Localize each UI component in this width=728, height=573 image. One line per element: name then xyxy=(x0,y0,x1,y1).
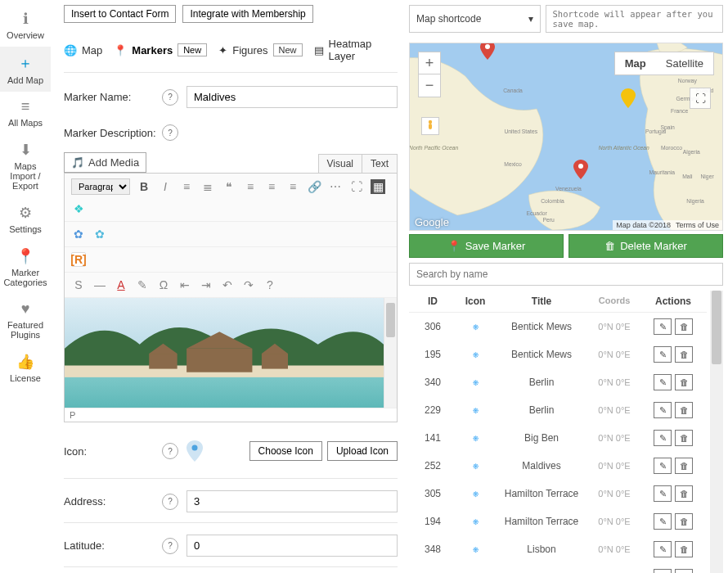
redo-icon[interactable]: ↷ xyxy=(241,277,256,292)
delete-row-button[interactable]: 🗑 xyxy=(675,569,693,573)
plugin-a-icon[interactable]: ✿ xyxy=(71,227,86,241)
edit-button[interactable]: ✎ xyxy=(654,318,672,335)
list-ul-icon[interactable]: ≡ xyxy=(179,179,194,194)
toolbar-toggle-icon[interactable]: ▦ xyxy=(371,179,385,194)
delete-row-button[interactable]: 🗑 xyxy=(675,430,693,446)
editor-content[interactable] xyxy=(65,298,384,408)
help-icon[interactable]: ? xyxy=(263,277,277,292)
undo-icon[interactable]: ↶ xyxy=(220,277,235,292)
nav-import-export[interactable]: ⬇Maps Import / Export xyxy=(0,134,51,197)
bold-icon[interactable]: B xyxy=(137,179,151,194)
editor-text-tab[interactable]: Text xyxy=(362,154,398,173)
integrate-membership-button[interactable]: Integrate with Membership xyxy=(182,5,312,23)
help-icon[interactable]: ? xyxy=(162,538,178,554)
shortcode-select[interactable]: Map shortcode▾ xyxy=(409,5,541,33)
tab-map[interactable]: 🌐Map xyxy=(64,44,102,56)
edit-button[interactable]: ✎ xyxy=(654,513,672,530)
edit-button[interactable]: ✎ xyxy=(654,541,672,557)
address-input[interactable] xyxy=(186,490,398,512)
nav-settings[interactable]: ⚙Settings xyxy=(0,197,51,241)
edit-button[interactable]: ✎ xyxy=(654,374,672,390)
nav-license[interactable]: 👍License xyxy=(0,346,51,390)
edit-button[interactable]: ✎ xyxy=(654,485,672,502)
marker-search-input[interactable] xyxy=(409,263,723,286)
plugin-b-icon[interactable]: ✿ xyxy=(92,227,107,241)
fullscreen-button[interactable]: ⛶ xyxy=(690,88,711,109)
more-icon[interactable]: ⋯ xyxy=(328,179,343,194)
edit-button[interactable]: ✎ xyxy=(654,569,672,573)
list-ol-icon[interactable]: ≣ xyxy=(200,179,215,194)
svg-point-34 xyxy=(429,120,432,124)
align-center-icon[interactable]: ≡ xyxy=(264,179,279,194)
edit-button[interactable]: ✎ xyxy=(654,346,672,363)
extra-icon[interactable]: ❖ xyxy=(71,201,86,216)
delete-row-button[interactable]: 🗑 xyxy=(675,513,693,530)
align-right-icon[interactable]: ≡ xyxy=(285,179,300,194)
indent-icon[interactable]: ⇥ xyxy=(199,277,213,292)
tab-markers[interactable]: 📍MarkersNew xyxy=(114,43,207,56)
editor-toolbar-3: [R] xyxy=(65,247,397,273)
map-pin[interactable] xyxy=(573,160,588,179)
nav-featured-plugins[interactable]: ♥Featured Plugins xyxy=(0,294,51,346)
save-marker-button[interactable]: 📍Save Marker xyxy=(409,234,564,258)
edit-button[interactable]: ✎ xyxy=(654,402,672,418)
align-left-icon[interactable]: ≡ xyxy=(243,179,258,194)
paragraph-select[interactable]: Paragraph xyxy=(71,178,130,195)
upload-icon-button[interactable]: Upload Icon xyxy=(327,441,398,461)
edit-button[interactable]: ✎ xyxy=(654,458,672,474)
nav-add-map[interactable]: ＋Add Map xyxy=(0,47,51,92)
pegman-icon[interactable] xyxy=(421,117,439,135)
marker-name-input[interactable] xyxy=(186,86,398,108)
insert-contact-form-button[interactable]: Insert to Contact Form xyxy=(64,5,176,23)
scroll-thumb[interactable] xyxy=(386,303,395,337)
map-pin-yellow[interactable] xyxy=(621,88,636,108)
nav-marker-categories[interactable]: 📍Marker Categories xyxy=(0,241,51,294)
tab-heatmap[interactable]: ▤Heatmap Layer xyxy=(314,38,398,62)
zoom-in-button[interactable]: + xyxy=(418,52,441,74)
delete-row-button[interactable]: 🗑 xyxy=(675,374,693,390)
strike-icon[interactable]: S xyxy=(71,277,86,292)
help-icon[interactable]: ? xyxy=(162,89,178,106)
help-icon[interactable]: ? xyxy=(162,124,178,141)
quote-icon[interactable]: ❝ xyxy=(222,179,236,194)
editor-visual-tab[interactable]: Visual xyxy=(318,154,362,173)
delete-row-button[interactable]: 🗑 xyxy=(675,485,693,502)
map-type-map[interactable]: Map xyxy=(615,52,656,74)
italic-icon[interactable]: I xyxy=(158,179,173,194)
row-id: 306 xyxy=(412,321,453,332)
clear-icon[interactable]: ✎ xyxy=(135,277,150,292)
map-preview[interactable]: North Pacific Ocean North Atlantic Ocean… xyxy=(409,43,723,231)
delete-row-button[interactable]: 🗑 xyxy=(675,318,693,335)
delete-row-button[interactable]: 🗑 xyxy=(675,346,693,363)
scroll-thumb[interactable] xyxy=(712,291,721,364)
char-icon[interactable]: Ω xyxy=(156,277,171,292)
tab-figures[interactable]: ✦FiguresNew xyxy=(218,43,302,56)
editor-scrollbar[interactable] xyxy=(384,298,397,408)
hr-icon[interactable]: — xyxy=(92,277,107,292)
delete-row-button[interactable]: 🗑 xyxy=(675,458,693,474)
latitude-input[interactable] xyxy=(186,535,398,557)
add-media-button[interactable]: 🎵Add Media xyxy=(64,152,146,173)
fullscreen-icon[interactable]: ⛶ xyxy=(349,179,364,194)
svg-text:Nigeria: Nigeria xyxy=(686,198,704,205)
help-icon[interactable]: ? xyxy=(162,443,178,459)
delete-row-button[interactable]: 🗑 xyxy=(675,541,693,557)
text-color-icon[interactable]: A xyxy=(114,277,128,292)
zoom-out-button[interactable]: − xyxy=(418,74,441,97)
row-title: Bentick Mews xyxy=(497,349,586,360)
help-icon[interactable]: ? xyxy=(162,494,178,510)
outdent-icon[interactable]: ⇤ xyxy=(178,277,192,292)
row-id: 252 xyxy=(412,460,453,471)
link-icon[interactable]: 🔗 xyxy=(307,179,321,194)
choose-icon-button[interactable]: Choose Icon xyxy=(249,441,322,461)
edit-button[interactable]: ✎ xyxy=(654,430,672,446)
list-scrollbar[interactable] xyxy=(710,291,723,573)
nav-overview[interactable]: ℹOverview xyxy=(0,3,51,47)
delete-row-button[interactable]: 🗑 xyxy=(675,402,693,418)
nav-all-maps[interactable]: ≡All Maps xyxy=(0,92,51,134)
r-plugin-icon[interactable]: [R] xyxy=(71,252,86,267)
map-type-satellite[interactable]: Satellite xyxy=(656,52,713,74)
map-pin[interactable] xyxy=(480,43,495,60)
row-id: 141 xyxy=(412,432,453,444)
delete-marker-button[interactable]: 🗑Delete Marker xyxy=(568,234,723,258)
